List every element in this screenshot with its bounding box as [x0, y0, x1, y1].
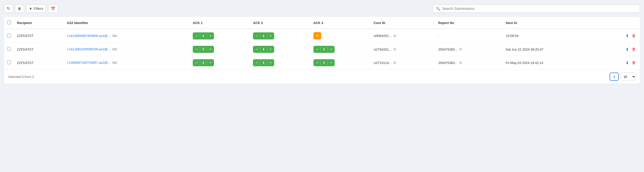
as2-link[interactable]: <1411881420590539.as2@... — [67, 47, 110, 51]
cell-as2id: <1411881420590539.as2@... ⧉ — [64, 43, 190, 56]
cell-reportno: - — [435, 29, 503, 43]
download-icon: ⬇ — [262, 34, 265, 38]
col-ack2: ACK 2 — [250, 17, 310, 29]
ack-check-button[interactable]: ✓ — [193, 33, 200, 39]
copy-icon: ⧉ — [394, 61, 396, 65]
page-number-button[interactable]: 1 — [610, 73, 619, 81]
copy-icon: ⧉ — [459, 47, 462, 51]
ack-download-button[interactable]: ⬇ — [200, 60, 207, 66]
row-delete-button[interactable]: 🗑 — [631, 59, 637, 66]
ack-group: ✓ ⬇ ↗ — [193, 46, 214, 53]
ack-external-button[interactable]: ↗ — [207, 33, 213, 39]
row-checkbox-2[interactable] — [7, 60, 11, 64]
check-icon: ✓ — [195, 34, 198, 38]
download-icon: ⬇ — [262, 61, 265, 64]
table-footer: Selected 0 from 3 1 10 25 50 — [4, 69, 640, 84]
ack-check-button[interactable]: ✓ — [193, 60, 200, 66]
ack-download-button[interactable]: ⬇ — [260, 60, 267, 66]
copy-as2-button[interactable]: ⧉ — [111, 33, 118, 38]
external-icon: ↗ — [209, 61, 211, 64]
as2-link[interactable]: <1413850087455909.as2@... — [67, 34, 110, 38]
copy-coreid-button[interactable]: ⧉ — [393, 47, 397, 52]
delete-button[interactable]: 🗑 — [15, 5, 24, 13]
ack-download-button[interactable]: ⬇ — [200, 46, 207, 52]
trash-icon: 🗑 — [18, 7, 21, 11]
ack-external-button[interactable]: ↗ — [267, 46, 274, 52]
row-download-button[interactable]: ⬇ — [625, 59, 630, 66]
ack-external-button[interactable]: ↗ — [207, 46, 213, 52]
row-download-button[interactable]: ⬇ — [625, 46, 630, 53]
copy-as2-button[interactable]: ⧉ — [111, 47, 118, 52]
ack-download-button[interactable]: ⬇ — [321, 46, 328, 52]
select-all-checkbox[interactable] — [7, 20, 11, 24]
ack-group: ✓ ⬇ ↗ — [253, 59, 274, 66]
check-icon: ✓ — [316, 61, 318, 64]
cell-sentat: Fri May 03 2024 19:42:14 — [503, 56, 599, 70]
cell-sentat: 15:06:54 — [503, 29, 599, 43]
ack-external-button[interactable]: ↗ — [267, 33, 274, 39]
col-recipient: Recipient — [14, 17, 64, 29]
download-icon: ⬇ — [323, 61, 325, 64]
search-icon: 🔍 — [436, 7, 440, 11]
copy-as2-button[interactable]: ⧉ — [111, 60, 118, 65]
ack-download-button[interactable]: ⬇ — [321, 60, 328, 66]
ack-check-button[interactable]: ✓ — [193, 46, 200, 52]
check-icon: ✓ — [195, 48, 198, 51]
download-icon: ⬇ — [202, 61, 205, 64]
ack-external-button[interactable]: ↗ — [207, 60, 213, 66]
ack-group-orange: ⊙ — [313, 32, 321, 39]
cell-ack2: ✓ ⬇ ↗ — [250, 29, 310, 43]
row-checkbox-1[interactable] — [7, 47, 11, 51]
submissions-table: Recipient AS2 Identifier ACK 1 ACK 2 ACK… — [4, 17, 640, 69]
row-delete-button[interactable]: 🗑 — [631, 46, 637, 53]
row-download-button[interactable]: ⬇ — [625, 32, 630, 39]
calendar-button[interactable]: 📅 — [48, 5, 58, 13]
cell-ack3: ✓ ⬇ ↗ — [310, 43, 371, 56]
ack-group: ✓ ⬇ ↗ — [193, 32, 214, 39]
ack-group: ✓ ⬇ ↗ — [253, 32, 274, 39]
ack-group: ✓ ⬇ ↗ — [313, 59, 335, 66]
external-icon: ↗ — [330, 48, 332, 51]
selection-count: Selected 0 from 3 — [8, 75, 34, 79]
ack-download-button[interactable]: ⬇ — [260, 33, 267, 39]
cell-ack3: ✓ ⬇ ↗ — [310, 56, 371, 70]
copy-coreid-button[interactable]: ⧉ — [393, 33, 397, 38]
ack-check-button[interactable]: ✓ — [253, 33, 260, 39]
ack-check-button[interactable]: ✓ — [253, 60, 260, 66]
download-icon: ⬇ — [202, 34, 205, 38]
cell-ack2: ✓ ⬇ ↗ — [250, 56, 310, 70]
cell-coreid: ci2764201... ⧉ — [371, 43, 435, 56]
filter-icon: ▼ — [29, 7, 32, 11]
coreid-value: ci0064201... — [374, 34, 392, 38]
ack-check-button[interactable]: ✓ — [253, 46, 260, 52]
cell-reportno: 200475383... ⧉ — [435, 56, 503, 70]
row-checkbox-0[interactable] — [7, 34, 11, 37]
copy-icon: ⧉ — [112, 47, 117, 51]
filters-label: Filters — [34, 7, 43, 11]
ack-download-button[interactable]: ⬇ — [260, 46, 267, 52]
cell-ack2: ✓ ⬇ ↗ — [250, 43, 310, 56]
ack-external-button[interactable]: ↗ — [328, 46, 334, 52]
ack-check-button[interactable]: ✓ — [314, 46, 321, 52]
refresh-button[interactable] — [4, 4, 13, 13]
ack-pending-button[interactable]: ⊙ — [314, 33, 321, 39]
copy-coreid-button[interactable]: ⧉ — [393, 60, 397, 65]
page-size-select[interactable]: 10 25 50 — [621, 73, 636, 81]
coreid-value: ci2714114... — [374, 61, 392, 65]
table-header-row: Recipient AS2 Identifier ACK 1 ACK 2 ACK… — [4, 17, 640, 29]
copy-icon: ⧉ — [459, 61, 462, 65]
filters-button[interactable]: ▼ Filters — [26, 5, 46, 13]
ack-external-button[interactable]: ↗ — [328, 60, 334, 66]
row-delete-button[interactable]: 🗑 — [631, 33, 637, 39]
ack-download-button[interactable]: ⬇ — [200, 33, 207, 39]
reportno-value: 200475383... — [438, 61, 458, 65]
ack-external-button[interactable]: ↗ — [267, 60, 274, 66]
search-input[interactable] — [442, 7, 637, 11]
refresh-icon — [7, 6, 10, 11]
copy-reportno-button[interactable]: ⧉ — [458, 47, 463, 52]
copy-reportno-button[interactable]: ⧉ — [458, 60, 463, 65]
pending-icon: ⊙ — [316, 34, 319, 38]
ack-check-button[interactable]: ✓ — [314, 60, 321, 66]
as2-link[interactable]: <1369087340724957.as2@... — [67, 61, 110, 64]
cell-recipient: ZZFDATST — [14, 29, 64, 43]
